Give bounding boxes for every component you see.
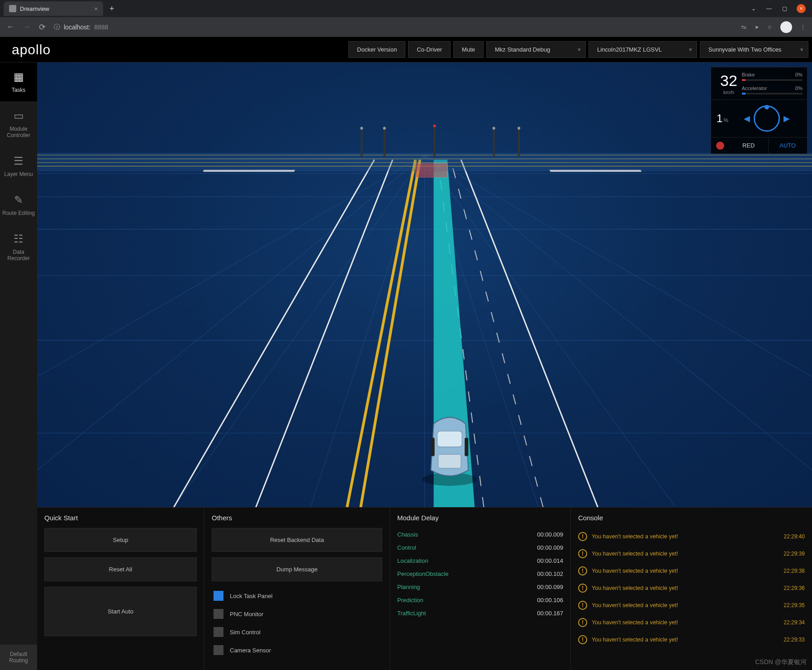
check-row[interactable]: Sim Control [212, 623, 382, 641]
delay-row: Chassis00:00.009 [397, 528, 563, 541]
sidebar-item-layer-menu[interactable]: ☰ Layer Menu [0, 147, 37, 185]
steer-value: 1 [717, 112, 722, 125]
vehicle-select[interactable]: Lincoln2017MKZ LGSVL▾ [589, 41, 697, 58]
sidebar: ▦ Tasks ▭ Module Controller ☰ Layer Menu… [0, 62, 37, 670]
start-auto-button[interactable]: Start Auto [44, 587, 197, 636]
app-header: apollo Docker Version Co-Driver Mute Mkz… [0, 37, 812, 62]
reset-backend-button[interactable]: Reset Backend Data [212, 528, 382, 552]
console-msg: You haven't selected a vehicle yet! [592, 637, 779, 643]
delay-row: Control00:00.009 [397, 541, 563, 554]
svg-rect-30 [550, 170, 642, 172]
tab-close-icon[interactable]: × [94, 5, 98, 12]
checkbox-icon[interactable] [214, 609, 223, 619]
checkbox-icon[interactable] [214, 591, 223, 601]
sidebar-default-routing[interactable]: Default Routing [0, 645, 37, 670]
sidebar-item-tasks[interactable]: ▦ Tasks [0, 62, 37, 101]
warning-icon: ! [578, 566, 587, 575]
panel-quick-start: Quick Start Setup Reset All Start Auto [37, 508, 204, 670]
warning-icon: ! [578, 601, 587, 610]
svg-point-39 [493, 127, 495, 129]
window-close-icon[interactable]: × [797, 4, 806, 13]
delay-name: PerceptionObstacle [397, 570, 448, 577]
translate-icon[interactable]: ⭾ [741, 24, 746, 30]
console-row: !You haven't selected a vehicle yet!22:2… [578, 614, 805, 631]
svg-rect-43 [437, 431, 462, 447]
sidebar-item-data-recorder[interactable]: ☷ Data Recorder [0, 224, 37, 270]
record-indicator[interactable] [711, 138, 729, 153]
delay-value: 00:00.099 [537, 584, 563, 590]
chevron-down-icon: ▾ [689, 46, 692, 53]
back-icon[interactable]: ← [6, 22, 14, 32]
accel-value: 0% [795, 86, 803, 91]
checkbox-icon[interactable] [214, 645, 223, 655]
map-select[interactable]: Sunnyvale With Two Offices▾ [700, 41, 808, 58]
record-dot-icon [716, 142, 724, 150]
more-icon[interactable]: ⋮ [800, 24, 806, 30]
new-tab-button[interactable]: + [103, 4, 121, 14]
triangle-right-icon: ▶ [784, 114, 790, 124]
favicon-icon [9, 5, 16, 12]
delay-row: TrafficLight00:00.167 [397, 607, 563, 620]
hud-panel: 32 km/h Brake0% Accelerator0% [711, 67, 807, 154]
sidebar-item-label: Module Controller [2, 126, 35, 138]
console-ts: 22:29:34 [784, 619, 805, 626]
svg-point-35 [383, 127, 386, 129]
drive-mode-auto[interactable]: AUTO [768, 138, 807, 153]
setup-button[interactable]: Setup [44, 528, 197, 552]
mute-button[interactable]: Mute [453, 41, 484, 58]
header-controls: Docker Version Co-Driver Mute Mkz Standa… [348, 41, 812, 58]
map-select-label: Sunnyvale With Two Offices [708, 46, 781, 53]
co-driver-button[interactable]: Co-Driver [408, 41, 451, 58]
console-msg: You haven't selected a vehicle yet! [592, 533, 779, 540]
svg-rect-44 [438, 454, 461, 468]
send-icon[interactable]: ➤ [755, 24, 759, 30]
maximize-icon[interactable]: ▢ [781, 5, 788, 12]
delay-value: 00:00.102 [537, 570, 563, 577]
delay-name: Prediction [397, 597, 423, 603]
console-ts: 22:29:33 [784, 637, 805, 643]
svg-line-14 [425, 155, 812, 507]
console-msg: You haven't selected a vehicle yet! [592, 602, 779, 608]
delay-value: 00:00.014 [537, 557, 563, 564]
accel-label: Accelerator [742, 86, 767, 91]
chevron-down-icon[interactable]: ⌄ [750, 5, 757, 12]
console-ts: 22:29:36 [784, 585, 805, 591]
steering-wheel-icon [754, 105, 780, 132]
warning-icon: ! [578, 532, 587, 541]
checkbox-icon[interactable] [214, 627, 223, 637]
window-controls: ⌄ — ▢ × [750, 4, 812, 13]
star-icon[interactable]: ☆ [767, 24, 772, 30]
svg-line-18 [174, 160, 374, 507]
forward-icon[interactable]: → [23, 22, 31, 32]
avatar-icon[interactable] [780, 21, 792, 33]
delay-row: PerceptionObstacle00:00.102 [397, 567, 563, 580]
console-row: !You haven't selected a vehicle yet!22:2… [578, 597, 805, 614]
sidebar-item-route-editing[interactable]: ✎ Route Editing [0, 185, 37, 224]
check-row[interactable]: Lock Task Panel [212, 587, 382, 605]
tab-bar: Dreamview × + ⌄ — ▢ × [0, 0, 812, 17]
info-icon: ⓘ [54, 23, 60, 31]
url-input[interactable]: ⓘ localhost:8888 [54, 23, 108, 31]
check-label: Camera Sensor [230, 647, 271, 654]
console-ts: 22:29:35 [784, 602, 805, 608]
logo: apollo [0, 42, 62, 57]
check-row[interactable]: Camera Sensor [212, 641, 382, 659]
check-row[interactable]: PNC Monitor [212, 605, 382, 623]
mode-select[interactable]: Mkz Standard Debug▾ [486, 41, 586, 58]
viewport-3d[interactable]: 32 km/h Brake0% Accelerator0% [37, 62, 812, 507]
record-icon: ☷ [14, 233, 24, 245]
traffic-light-state: RED [729, 138, 768, 153]
sidebar-item-module-controller[interactable]: ▭ Module Controller [0, 101, 37, 147]
minimize-icon[interactable]: — [766, 5, 772, 12]
console-ts: 22:29:39 [784, 551, 805, 557]
panel-console: Console !You haven't selected a vehicle … [571, 508, 812, 670]
docker-version-button[interactable]: Docker Version [348, 41, 405, 58]
reload-icon[interactable]: ⟳ [39, 22, 46, 32]
check-label: Sim Control [230, 629, 261, 636]
dump-message-button[interactable]: Dump Message [212, 557, 382, 581]
reset-all-button[interactable]: Reset All [44, 557, 197, 581]
svg-line-16 [256, 160, 393, 507]
watermark: CSDN @华夏银河 [755, 658, 807, 666]
sidebar-item-label: Tasks [12, 87, 26, 93]
browser-tab[interactable]: Dreamview × [4, 1, 103, 16]
